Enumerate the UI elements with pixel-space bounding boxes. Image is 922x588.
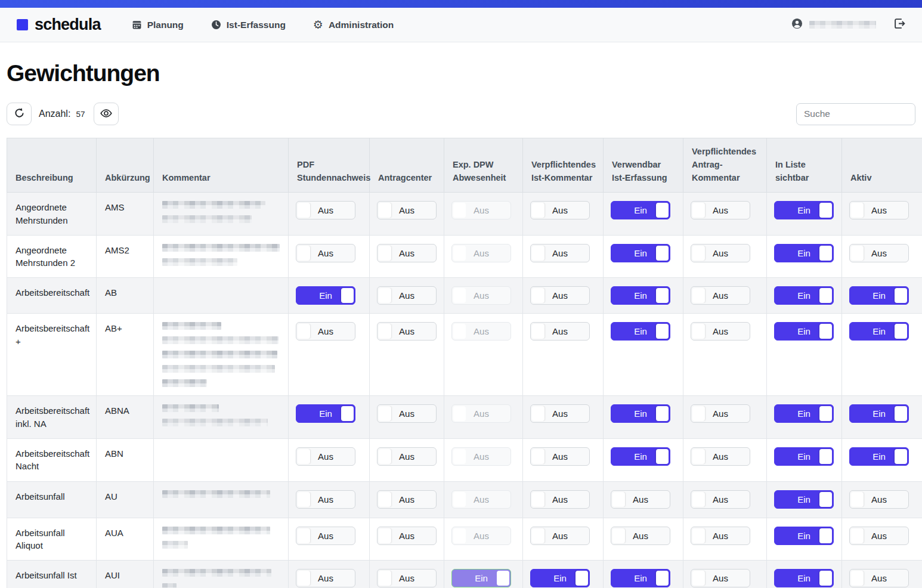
toggle-verpflichtendes-ist-kommentar[interactable]: Aus bbox=[530, 244, 590, 262]
toggle-aktiv[interactable]: Ein bbox=[849, 404, 909, 423]
toggle-label: Aus bbox=[474, 290, 489, 301]
toggle-aktiv[interactable]: Aus bbox=[849, 490, 909, 509]
nav-item-administration[interactable]: ⚙ Administration bbox=[313, 19, 394, 30]
toggle-in-liste-sichtbar[interactable]: Ein bbox=[774, 490, 834, 509]
toggle-pdf-stundennachweis[interactable]: Aus bbox=[296, 447, 355, 466]
comment-cell bbox=[154, 314, 289, 396]
toggle-label: Ein bbox=[634, 573, 647, 583]
toggle-knob bbox=[453, 203, 466, 218]
toggle-verpflichtendes-ist-kommentar[interactable]: Aus bbox=[530, 322, 590, 341]
toggle-pdf-stundennachweis[interactable]: Ein bbox=[296, 404, 355, 423]
toggle-in-liste-sichtbar[interactable]: Ein bbox=[774, 201, 834, 219]
toggle-antragcenter[interactable]: Aus bbox=[377, 404, 437, 423]
toggle-in-liste-sichtbar[interactable]: Ein bbox=[774, 322, 834, 341]
toggle-verpflichtendes-antrag-kommentar[interactable]: Aus bbox=[691, 201, 750, 219]
toggle-cell-verpflichtendes-antrag-kommentar: Aus bbox=[683, 481, 767, 518]
toggle-verpflichtendes-ist-kommentar[interactable]: Aus bbox=[530, 286, 590, 305]
toggle-antragcenter[interactable]: Aus bbox=[377, 322, 437, 341]
toggle-pdf-stundennachweis[interactable]: Aus bbox=[296, 201, 355, 219]
toggle-cell-verpflichtendes-ist-kommentar: Aus bbox=[523, 439, 604, 482]
toggle-knob bbox=[819, 571, 832, 586]
toggle-verpflichtendes-antrag-kommentar[interactable]: Aus bbox=[691, 490, 750, 509]
toggle-verpflichtendes-antrag-kommentar[interactable]: Aus bbox=[691, 244, 750, 262]
nav-item-planung[interactable]: Planung bbox=[132, 19, 184, 30]
nav-item-label: Planung bbox=[147, 20, 184, 30]
toggle-knob bbox=[379, 203, 391, 218]
toggle-antragcenter[interactable]: Aus bbox=[377, 286, 437, 305]
toggle-pdf-stundennachweis[interactable]: Aus bbox=[296, 490, 355, 509]
toggle-aktiv[interactable]: Ein bbox=[849, 447, 909, 466]
toggle-knob bbox=[532, 449, 544, 464]
table-header: Beschreibung Abkürzung Kommentar PDF Stu… bbox=[7, 138, 922, 193]
comment-cell bbox=[154, 561, 289, 588]
logout-icon[interactable] bbox=[894, 18, 905, 32]
toggle-verwendbar-ist-erfassung[interactable]: Ein bbox=[611, 569, 670, 587]
toggle-antragcenter[interactable]: Aus bbox=[377, 569, 437, 587]
toggle-verpflichtendes-ist-kommentar[interactable]: Aus bbox=[530, 527, 590, 545]
toggle-verpflichtendes-ist-kommentar[interactable]: Aus bbox=[530, 447, 590, 466]
toggle-verpflichtendes-antrag-kommentar[interactable]: Aus bbox=[691, 447, 750, 466]
toggle-verwendbar-ist-erfassung[interactable]: Aus bbox=[611, 527, 670, 545]
toggle-cell-exp-dpw-abwesenheit: Aus bbox=[444, 396, 523, 439]
toggle-antragcenter[interactable]: Aus bbox=[377, 527, 437, 545]
toggle-verwendbar-ist-erfassung[interactable]: Ein bbox=[611, 322, 670, 341]
toggle-pdf-stundennachweis[interactable]: Ein bbox=[296, 286, 355, 305]
nav-item-ist-erfassung[interactable]: Ist-Erfassung bbox=[211, 19, 286, 30]
toggle-in-liste-sichtbar[interactable]: Ein bbox=[774, 286, 834, 305]
toggle-aktiv[interactable]: Ein bbox=[849, 322, 909, 341]
toggle-knob bbox=[692, 492, 705, 507]
toggle-verpflichtendes-ist-kommentar[interactable]: Aus bbox=[530, 201, 590, 219]
toggle-cell-pdf-stundennachweis: Ein bbox=[289, 396, 370, 439]
toggle-exp-dpw-abwesenheit: Aus bbox=[451, 244, 511, 262]
toggle-verwendbar-ist-erfassung[interactable]: Ein bbox=[611, 447, 670, 466]
toggle-antragcenter[interactable]: Aus bbox=[377, 244, 437, 262]
toggle-verpflichtendes-ist-kommentar[interactable]: Aus bbox=[530, 490, 590, 509]
toggle-in-liste-sichtbar[interactable]: Ein bbox=[774, 527, 834, 545]
toggle-verwendbar-ist-erfassung[interactable]: Aus bbox=[611, 490, 670, 509]
toggle-label: Ein bbox=[634, 326, 647, 336]
toggle-in-liste-sichtbar[interactable]: Ein bbox=[774, 244, 834, 262]
toggle-aktiv[interactable]: Aus bbox=[849, 244, 909, 262]
toggle-pdf-stundennachweis[interactable]: Aus bbox=[296, 322, 355, 341]
redacted-comment-text bbox=[162, 379, 207, 387]
toggle-verpflichtendes-antrag-kommentar[interactable]: Aus bbox=[691, 286, 750, 305]
toggle-label: Ein bbox=[797, 573, 810, 583]
username-redacted bbox=[809, 21, 876, 29]
toggle-verpflichtendes-antrag-kommentar[interactable]: Aus bbox=[691, 569, 750, 587]
refresh-icon bbox=[14, 107, 25, 120]
toggle-aktiv[interactable]: Ein bbox=[849, 286, 909, 305]
toggle-aktiv[interactable]: Aus bbox=[849, 201, 909, 219]
user-menu[interactable] bbox=[791, 18, 876, 32]
toggle-knob bbox=[532, 246, 544, 261]
table-row: Arbeitsunfall IstAUIAusAusEinEinEinAusEi… bbox=[7, 561, 922, 588]
visibility-button[interactable] bbox=[94, 103, 119, 125]
toggle-verpflichtendes-antrag-kommentar[interactable]: Aus bbox=[691, 322, 750, 341]
toggle-pdf-stundennachweis[interactable]: Aus bbox=[296, 569, 355, 587]
search-input[interactable] bbox=[796, 103, 915, 125]
toggle-verpflichtendes-antrag-kommentar[interactable]: Aus bbox=[691, 404, 750, 423]
toggle-antragcenter[interactable]: Aus bbox=[377, 447, 437, 466]
toggle-label: Aus bbox=[399, 205, 414, 215]
toggle-antragcenter[interactable]: Aus bbox=[377, 201, 437, 219]
toggle-in-liste-sichtbar[interactable]: Ein bbox=[774, 569, 834, 587]
toggle-antragcenter[interactable]: Aus bbox=[377, 490, 437, 509]
toggle-pdf-stundennachweis[interactable]: Aus bbox=[296, 244, 355, 262]
toggle-verpflichtendes-ist-kommentar[interactable]: Ein bbox=[530, 569, 590, 587]
toggle-pdf-stundennachweis[interactable]: Aus bbox=[296, 527, 355, 545]
toggle-verwendbar-ist-erfassung[interactable]: Ein bbox=[611, 404, 670, 423]
toggle-verpflichtendes-antrag-kommentar[interactable]: Aus bbox=[691, 527, 750, 545]
toggle-aktiv[interactable]: Aus bbox=[849, 569, 909, 587]
toggle-aktiv[interactable]: Aus bbox=[849, 527, 909, 545]
toggle-verwendbar-ist-erfassung[interactable]: Ein bbox=[611, 286, 670, 305]
toggle-verwendbar-ist-erfassung[interactable]: Ein bbox=[611, 201, 670, 219]
toggle-in-liste-sichtbar[interactable]: Ein bbox=[774, 447, 834, 466]
toggle-cell-in-liste-sichtbar: Ein bbox=[767, 481, 842, 518]
toggle-cell-verpflichtendes-ist-kommentar: Aus bbox=[523, 235, 604, 278]
toggle-verwendbar-ist-erfassung[interactable]: Ein bbox=[611, 244, 670, 262]
toggle-knob bbox=[656, 203, 669, 218]
toggle-verpflichtendes-ist-kommentar[interactable]: Aus bbox=[530, 404, 590, 423]
brand-logo[interactable]: schedula bbox=[17, 16, 101, 34]
navbar-right bbox=[791, 18, 905, 32]
refresh-button[interactable] bbox=[7, 103, 32, 125]
toggle-in-liste-sichtbar[interactable]: Ein bbox=[774, 404, 834, 423]
